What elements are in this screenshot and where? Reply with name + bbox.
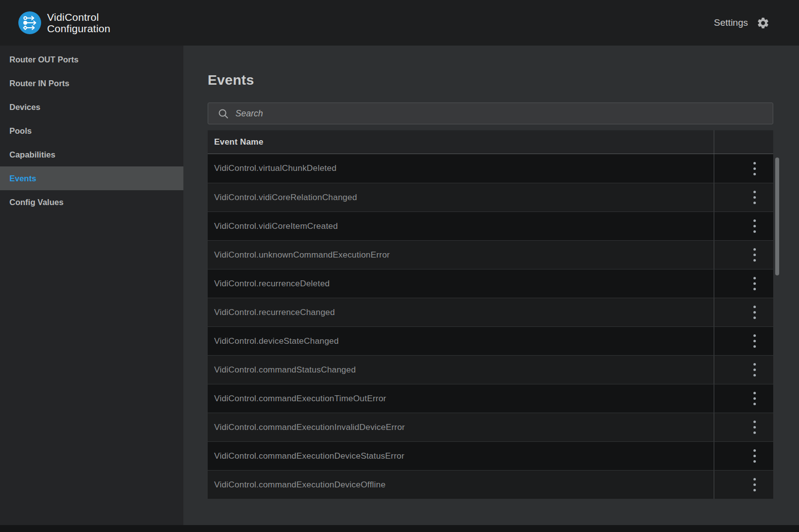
events-table: Event Name VidiControl.virtualChunkDelet… [208,130,773,499]
page-title: Events [208,72,773,88]
table-row[interactable]: VidiControl.commandExecutionDeviceOfflin… [208,470,773,499]
event-name: VidiControl.recurrenceDeleted [208,269,714,298]
table-scrollbar-thumb[interactable] [775,158,779,275]
event-name: VidiControl.vidiCoreItemCreated [208,212,714,240]
sidebar-item-router-out-ports[interactable]: Router OUT Ports [0,48,183,71]
event-name: VidiControl.commandExecutionTimeOutError [208,384,714,413]
row-actions-cell [714,384,773,413]
main-content: Events Event Name VidiControl.virtualChu… [183,46,799,525]
kebab-menu-icon[interactable] [744,215,764,237]
topbar: VidiControl Configuration Settings [0,0,799,46]
table-row[interactable]: VidiControl.commandExecutionInvalidDevic… [208,413,773,441]
search-box [208,103,773,124]
table-row[interactable]: VidiControl.vidiCoreRelationChanged [208,183,773,212]
table-row[interactable]: VidiControl.unknownCommandExecutionError [208,240,773,269]
gear-icon[interactable] [756,16,770,30]
app-shell: Router OUT PortsRouter IN PortsDevicesPo… [0,46,799,525]
kebab-menu-icon[interactable] [744,244,764,266]
app-title-line2: Configuration [47,23,111,34]
table-row[interactable]: VidiControl.commandStatusChanged [208,355,773,384]
table-header-row: Event Name [208,130,773,154]
event-name: VidiControl.unknownCommandExecutionError [208,241,714,269]
row-actions-cell [714,356,773,384]
kebab-menu-icon[interactable] [744,273,764,295]
table-row[interactable]: VidiControl.deviceStateChanged [208,326,773,355]
row-actions-cell [714,413,773,441]
sidebar: Router OUT PortsRouter IN PortsDevicesPo… [0,46,183,525]
event-name: VidiControl.vidiCoreRelationChanged [208,183,714,212]
kebab-menu-icon[interactable] [744,417,764,438]
event-name: VidiControl.commandExecutionInvalidDevic… [208,413,714,441]
row-actions-cell [714,154,773,183]
kebab-menu-icon[interactable] [744,445,764,467]
kebab-menu-icon[interactable] [744,330,764,352]
table-body: VidiControl.virtualChunkDeletedVidiContr… [208,154,773,499]
app-logo-route-icon [18,11,41,34]
app-title: VidiControl Configuration [47,11,111,34]
settings-link[interactable]: Settings [714,17,748,28]
row-actions-cell [714,212,773,240]
table-row[interactable]: VidiControl.commandExecutionTimeOutError [208,384,773,413]
kebab-menu-icon[interactable] [744,158,764,179]
event-name: VidiControl.virtualChunkDeleted [208,154,714,183]
event-name: VidiControl.commandExecutionDeviceStatus… [208,442,714,470]
sidebar-item-config-values[interactable]: Config Values [0,190,183,214]
event-name: VidiControl.deviceStateChanged [208,327,714,355]
row-actions-cell [714,298,773,326]
event-name: VidiControl.recurrenceChanged [208,298,714,326]
sidebar-item-router-in-ports[interactable]: Router IN Ports [0,71,183,95]
kebab-menu-icon[interactable] [744,474,764,496]
sidebar-item-events[interactable]: Events [0,166,183,190]
sidebar-item-devices[interactable]: Devices [0,95,183,119]
search-icon [218,108,228,119]
table-row[interactable]: VidiControl.vidiCoreItemCreated [208,212,773,240]
table-row[interactable]: VidiControl.recurrenceDeleted [208,269,773,298]
app-brand: VidiControl Configuration [0,11,111,34]
event-name: VidiControl.commandExecutionDeviceOfflin… [208,471,714,499]
search-input[interactable] [235,108,766,119]
kebab-menu-icon[interactable] [744,302,764,323]
event-name: VidiControl.commandStatusChanged [208,356,714,384]
row-actions-cell [714,241,773,269]
row-actions-cell [714,471,773,499]
kebab-menu-icon[interactable] [744,388,764,410]
bottom-bar [0,525,799,532]
table-row[interactable]: VidiControl.virtualChunkDeleted [208,154,773,183]
kebab-menu-icon[interactable] [744,187,764,209]
sidebar-item-capabilities[interactable]: Capabilities [0,143,183,166]
sidebar-item-pools[interactable]: Pools [0,119,183,143]
column-header-actions [714,130,773,154]
table-row[interactable]: VidiControl.commandExecutionDeviceStatus… [208,441,773,470]
table-row[interactable]: VidiControl.recurrenceChanged [208,298,773,326]
topbar-actions: Settings [714,16,799,30]
row-actions-cell [714,183,773,212]
row-actions-cell [714,442,773,470]
app-title-line1: VidiControl [47,11,111,23]
row-actions-cell [714,327,773,355]
column-header-event-name: Event Name [208,130,714,154]
kebab-menu-icon[interactable] [744,359,764,381]
row-actions-cell [714,269,773,298]
